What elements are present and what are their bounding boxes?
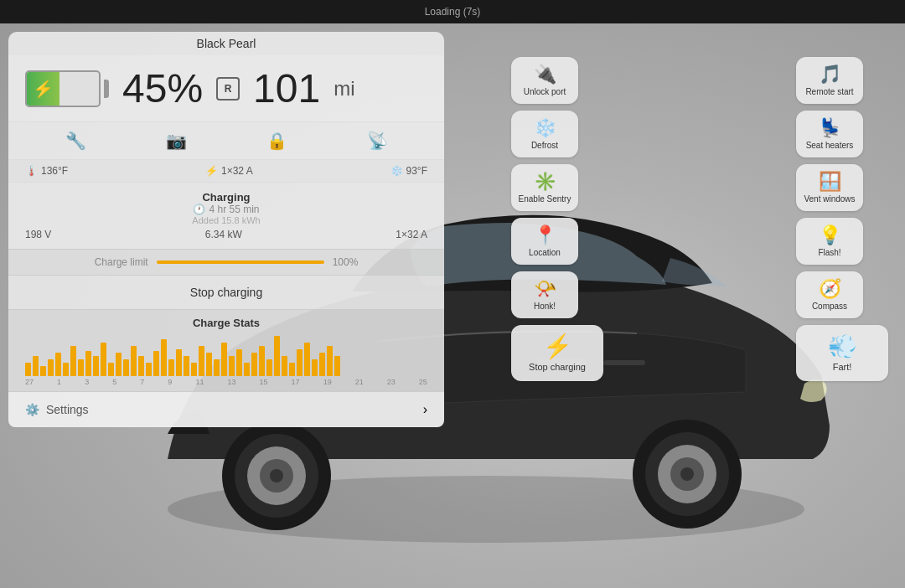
settings-left: ⚙️ Settings bbox=[25, 403, 89, 416]
stop-charging-icon: ⚡ bbox=[543, 335, 572, 358]
flash-label: Flash! bbox=[818, 248, 840, 258]
left-panel: Black Pearl ⚡ 45% R 101 mi 🔧 📷 🔒 bbox=[8, 32, 444, 427]
chart-bar bbox=[116, 353, 122, 376]
compass-icon: 🧭 bbox=[819, 280, 841, 298]
battery-percent: 45% bbox=[122, 65, 203, 111]
chart-bar bbox=[191, 363, 197, 376]
stop-charging-center-button[interactable]: ⚡ Stop charging bbox=[511, 325, 603, 381]
fart-button[interactable]: 💨 Fart! bbox=[796, 325, 888, 381]
battery-bolt-icon: ⚡ bbox=[33, 79, 54, 99]
chevron-right-icon: › bbox=[423, 402, 427, 417]
defrost-button[interactable]: ❄️ Defrost bbox=[511, 111, 578, 157]
center-controls: 🔌 Unlock port ❄️ Defrost ✳️ Enable Sentr… bbox=[511, 57, 603, 381]
sentry-label: Enable Sentry bbox=[519, 194, 571, 204]
stop-charging-button[interactable]: Stop charging bbox=[8, 275, 444, 309]
gear-icon: ⚙️ bbox=[25, 403, 39, 416]
charge-chart: 27 1 3 5 7 9 11 13 15 17 19 21 23 25 bbox=[25, 334, 427, 384]
chart-bar bbox=[289, 363, 295, 376]
defrost-icon: ❄️ bbox=[534, 119, 556, 137]
seat-heaters-icon: 💺 bbox=[819, 119, 841, 137]
compass-label: Compass bbox=[812, 302, 847, 312]
honk-icon: 📯 bbox=[534, 280, 556, 298]
location-label: Location bbox=[529, 248, 561, 258]
chart-bar bbox=[146, 363, 152, 376]
chart-bar bbox=[282, 356, 287, 376]
compass-button[interactable]: 🧭 Compass bbox=[796, 271, 863, 318]
temp-right-item: ❄️ 93°F bbox=[390, 165, 427, 177]
charging-time-row: 🕐 4 hr 55 min bbox=[25, 204, 427, 215]
battery-body: ⚡ bbox=[25, 70, 101, 107]
charge-limit-label: Charge limit bbox=[95, 256, 148, 268]
chart-bar bbox=[138, 356, 144, 376]
chart-bar bbox=[266, 359, 272, 376]
chart-bar bbox=[327, 346, 333, 376]
chart-bar bbox=[70, 346, 76, 376]
chart-bar bbox=[312, 359, 318, 376]
loading-title: Loading (7s) bbox=[425, 6, 481, 18]
charge-limit-row[interactable]: Charge limit 100% bbox=[8, 249, 444, 275]
top-bar: Loading (7s) bbox=[0, 0, 905, 23]
remote-start-label: Remote start bbox=[805, 87, 853, 97]
flash-icon: 💡 bbox=[819, 226, 841, 245]
chart-bar bbox=[40, 366, 46, 376]
chart-x-labels: 27 1 3 5 7 9 11 13 15 17 19 21 23 25 bbox=[25, 378, 427, 386]
right-controls: 🎵 Remote start 💺 Seat heaters 🪟 Vent win… bbox=[796, 57, 888, 381]
chart-bar bbox=[131, 346, 137, 376]
camera-icon[interactable]: 📷 bbox=[166, 131, 187, 151]
charging-voltage: 198 V bbox=[25, 229, 51, 240]
chart-bar bbox=[184, 356, 189, 376]
chart-bar bbox=[123, 359, 129, 376]
charging-info-section: Charging 🕐 4 hr 55 min Added 15.8 kWh 19… bbox=[8, 182, 444, 249]
charge-limit-fill bbox=[157, 260, 324, 264]
chart-bar bbox=[319, 353, 325, 376]
chart-bar bbox=[93, 356, 99, 376]
vent-windows-button[interactable]: 🪟 Vent windows bbox=[796, 164, 863, 211]
remote-start-button[interactable]: 🎵 Remote start bbox=[796, 57, 863, 104]
charge-limit-value: 100% bbox=[333, 256, 359, 268]
defrost-label: Defrost bbox=[531, 141, 558, 151]
temp-right-value: 93°F bbox=[406, 165, 427, 177]
flash-button[interactable]: 💡 Flash! bbox=[796, 218, 863, 265]
honk-button[interactable]: 📯 Honk! bbox=[511, 271, 578, 318]
lightning-icon: ⚡ bbox=[205, 165, 218, 177]
charging-power-row: 198 V 6.34 kW 1×32 A bbox=[25, 229, 427, 240]
chart-bar bbox=[85, 351, 91, 376]
location-icon: 📍 bbox=[534, 226, 556, 245]
range-badge: R bbox=[216, 77, 240, 101]
temp-row: 🌡️ 136°F ⚡ 1×32 A ❄️ 93°F bbox=[8, 159, 444, 182]
temp-left-value: 136°F bbox=[41, 165, 68, 177]
svg-rect-2 bbox=[603, 360, 645, 365]
remote-start-icon: 🎵 bbox=[819, 65, 841, 84]
chart-bar bbox=[244, 363, 250, 376]
charging-amperage: 1×32 A bbox=[396, 229, 427, 240]
charging-power: 6.34 kW bbox=[205, 229, 242, 240]
lock-icon[interactable]: 🔒 bbox=[266, 131, 287, 151]
thermometer-icon: 🌡️ bbox=[25, 165, 38, 177]
seat-heaters-button[interactable]: 💺 Seat heaters bbox=[796, 111, 863, 157]
range-unit: mi bbox=[334, 77, 354, 101]
antenna-icon[interactable]: 📡 bbox=[367, 131, 388, 151]
vent-windows-icon: 🪟 bbox=[819, 173, 841, 191]
location-button[interactable]: 📍 Location bbox=[511, 218, 578, 265]
enable-sentry-button[interactable]: ✳️ Enable Sentry bbox=[511, 164, 578, 211]
car-name: Black Pearl bbox=[8, 32, 444, 55]
chart-bar bbox=[251, 353, 257, 376]
unlock-port-button[interactable]: 🔌 Unlock port bbox=[511, 57, 578, 104]
chart-bar bbox=[229, 356, 235, 376]
chart-bar bbox=[214, 359, 220, 376]
chart-bar bbox=[297, 349, 303, 376]
stop-charging-center-label: Stop charging bbox=[529, 362, 586, 373]
fart-label: Fart! bbox=[833, 362, 852, 373]
chart-bar bbox=[304, 343, 310, 376]
chart-bar bbox=[236, 349, 242, 376]
settings-row[interactable]: ⚙️ Settings › bbox=[8, 391, 444, 427]
charging-added-value: Added 15.8 kWh bbox=[25, 215, 427, 225]
range-value: 101 bbox=[253, 65, 320, 111]
vent-windows-label: Vent windows bbox=[804, 194, 855, 204]
wrench-icon[interactable]: 🔧 bbox=[65, 131, 86, 151]
battery-tip bbox=[104, 80, 109, 98]
chart-bar bbox=[206, 353, 212, 376]
chart-bar bbox=[168, 359, 174, 376]
fart-icon: 💨 bbox=[828, 335, 857, 358]
temp-middle-value: 1×32 A bbox=[221, 165, 253, 177]
